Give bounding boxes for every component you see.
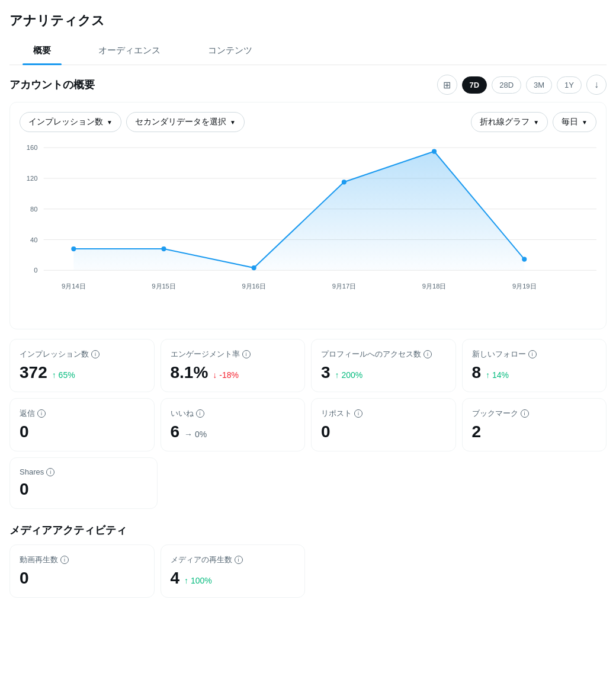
svg-text:9月18日: 9月18日 [422, 283, 446, 290]
metric-card-shares: Shares i 0 [9, 457, 158, 509]
tabs-nav: 概要 オーディエンス コンテンツ [9, 37, 607, 65]
metrics-grid-row2: 返信 i 0 いいね i 6 → 0% リポスト i 0 ブックマーク i 2 [9, 398, 607, 451]
svg-text:0: 0 [34, 267, 37, 274]
metric-label-followers: 新しいフォロー i [472, 349, 597, 360]
time-28d-button[interactable]: 28D [492, 76, 521, 94]
tab-overview[interactable]: 概要 [9, 37, 75, 65]
metric-card-followers: 新しいフォロー i 8 ↑ 14% [462, 339, 607, 392]
info-icon[interactable]: i [235, 556, 243, 564]
info-icon[interactable]: i [37, 409, 46, 418]
section-title: アカウントの概要 [9, 78, 95, 92]
info-icon[interactable]: i [521, 409, 529, 418]
chart-area-fill [73, 152, 524, 271]
media-activity-title: メディアアクティビティ [0, 518, 616, 544]
data-point [252, 265, 256, 270]
metric-card-engagement: エンゲージメント率 i 8.1% ↓ -18% [161, 339, 306, 392]
metric-value-replies: 0 [20, 422, 145, 441]
metric-label-bookmarks: ブックマーク i [472, 408, 597, 419]
svg-text:9月19日: 9月19日 [512, 283, 536, 290]
metrics-shares-row: Shares i 0 [9, 457, 607, 509]
svg-text:160: 160 [27, 144, 38, 151]
primary-metric-dropdown[interactable]: インプレッション数 ▼ [20, 112, 121, 132]
shares-spacer [163, 457, 607, 509]
metric-change-followers: ↑ 14% [486, 370, 509, 380]
svg-text:9月14日: 9月14日 [62, 283, 85, 290]
metrics-grid-row1: インプレッション数 i 372 ↑ 65% エンゲージメント率 i 8.1% ↓… [9, 339, 607, 392]
chart-controls-right: 折れ線グラフ ▼ 毎日 ▼ [471, 112, 596, 132]
time-1y-button[interactable]: 1Y [557, 76, 582, 94]
metric-label-replies: 返信 i [20, 408, 145, 419]
metric-label-likes: いいね i [171, 408, 296, 419]
metric-value-likes: 6 → 0% [171, 422, 296, 441]
tab-content[interactable]: コンテンツ [184, 37, 276, 65]
metric-value-bookmarks: 2 [472, 422, 597, 441]
interval-label: 毎日 [562, 117, 578, 127]
metric-value-video-plays: 0 [20, 569, 145, 588]
time-7d-button[interactable]: 7D [462, 76, 487, 94]
chevron-down-icon: ▼ [533, 119, 539, 126]
svg-text:9月15日: 9月15日 [152, 283, 175, 290]
metric-value-impressions: 372 ↑ 65% [20, 363, 145, 382]
metric-value-engagement: 8.1% ↓ -18% [171, 363, 296, 382]
metric-value-media-plays: 4 ↑ 100% [171, 569, 296, 588]
metric-label-media-plays: メディアの再生数 i [171, 555, 296, 565]
info-icon[interactable]: i [60, 556, 69, 564]
info-icon[interactable]: i [354, 409, 362, 418]
svg-text:40: 40 [30, 236, 37, 243]
info-icon[interactable]: i [242, 350, 251, 358]
chart-controls: インプレッション数 ▼ セカンダリデータを選択 ▼ 折れ線グラフ ▼ 毎日 ▼ [20, 112, 596, 132]
metric-change-impressions: ↑ 65% [52, 370, 75, 380]
data-point [342, 180, 346, 184]
metric-card-reposts: リポスト i 0 [311, 398, 456, 451]
calendar-icon: ⊞ [443, 79, 451, 91]
tab-audience[interactable]: オーディエンス [75, 37, 184, 65]
metric-label-reposts: リポスト i [321, 408, 446, 419]
download-button[interactable]: ↓ [586, 75, 607, 95]
metric-card-bookmarks: ブックマーク i 2 [462, 398, 607, 451]
metric-label-impressions: インプレッション数 i [20, 349, 145, 360]
metric-label-profile-access: プロフィールへのアクセス数 i [321, 349, 446, 360]
chart-area: 160 120 80 40 0 9月14日 9月15日 9月16日 9月17日 … [20, 142, 596, 319]
chevron-down-icon: ▼ [107, 119, 113, 126]
chart-type-label: 折れ線グラフ [480, 117, 530, 127]
page-header: アナリティクス 概要 オーディエンス コンテンツ [0, 0, 616, 65]
data-point [71, 246, 76, 251]
metric-card-video-plays: 動画再生数 i 0 [9, 544, 155, 598]
svg-text:80: 80 [30, 206, 37, 213]
svg-text:120: 120 [27, 175, 38, 182]
download-icon: ↓ [594, 79, 599, 90]
data-point [161, 246, 166, 251]
metric-value-reposts: 0 [321, 422, 446, 441]
chart-controls-left: インプレッション数 ▼ セカンダリデータを選択 ▼ [20, 112, 245, 132]
primary-metric-label: インプレッション数 [28, 117, 103, 127]
secondary-metric-label: セカンダリデータを選択 [135, 117, 226, 127]
data-point [432, 149, 437, 153]
metric-card-media-plays: メディアの再生数 i 4 ↑ 100% [161, 544, 306, 598]
page-title: アナリティクス [9, 12, 607, 30]
info-icon[interactable]: i [46, 468, 54, 476]
interval-dropdown[interactable]: 毎日 ▼ [553, 112, 596, 132]
info-icon[interactable]: i [91, 350, 100, 358]
metric-card-likes: いいね i 6 → 0% [161, 398, 306, 451]
time-3m-button[interactable]: 3M [526, 76, 552, 94]
metric-card-profile-access: プロフィールへのアクセス数 i 3 ↑ 200% [311, 339, 456, 392]
time-controls: ⊞ 7D 28D 3M 1Y ↓ [437, 75, 607, 95]
secondary-metric-dropdown[interactable]: セカンダリデータを選択 ▼ [126, 112, 245, 132]
chart-svg: 160 120 80 40 0 9月14日 9月15日 9月16日 9月17日 … [20, 142, 596, 319]
info-icon[interactable]: i [196, 409, 204, 418]
calendar-button[interactable]: ⊞ [437, 75, 457, 95]
info-icon[interactable]: i [528, 350, 537, 358]
svg-text:9月16日: 9月16日 [242, 283, 265, 290]
section-header: アカウントの概要 ⊞ 7D 28D 3M 1Y ↓ [0, 65, 616, 102]
metric-label-engagement: エンゲージメント率 i [171, 349, 296, 360]
svg-text:9月17日: 9月17日 [332, 283, 356, 290]
chart-type-dropdown[interactable]: 折れ線グラフ ▼ [471, 112, 548, 132]
metric-change-engagement: ↓ -18% [213, 370, 239, 380]
info-icon[interactable]: i [424, 350, 432, 358]
metric-label-shares: Shares i [20, 467, 147, 476]
metric-value-shares: 0 [20, 480, 147, 499]
empty-slot-2 [462, 544, 607, 598]
chevron-down-icon: ▼ [230, 119, 236, 126]
metric-value-followers: 8 ↑ 14% [472, 363, 597, 382]
chart-container: インプレッション数 ▼ セカンダリデータを選択 ▼ 折れ線グラフ ▼ 毎日 ▼ [9, 102, 607, 329]
